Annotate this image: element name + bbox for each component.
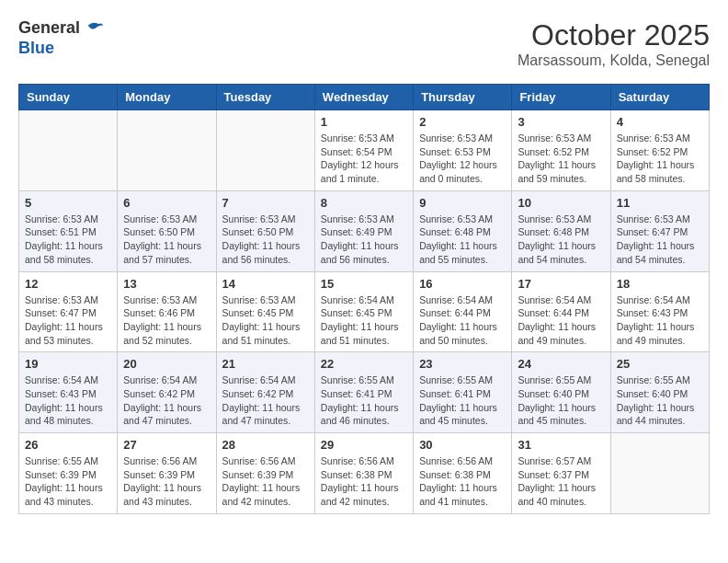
- calendar-cell: 22Sunrise: 6:55 AM Sunset: 6:41 PM Dayli…: [314, 352, 413, 433]
- calendar-cell: 18Sunrise: 6:54 AM Sunset: 6:43 PM Dayli…: [610, 271, 709, 352]
- day-info: Sunrise: 6:56 AM Sunset: 6:38 PM Dayligh…: [321, 454, 407, 509]
- day-number: 21: [222, 357, 309, 371]
- calendar-cell: 14Sunrise: 6:53 AM Sunset: 6:45 PM Dayli…: [216, 271, 314, 352]
- day-info: Sunrise: 6:53 AM Sunset: 6:50 PM Dayligh…: [222, 213, 309, 267]
- day-info: Sunrise: 6:55 AM Sunset: 6:40 PM Dayligh…: [518, 373, 604, 428]
- column-header-sunday: Sunday: [19, 85, 118, 110]
- day-number: 15: [321, 277, 407, 291]
- day-info: Sunrise: 6:53 AM Sunset: 6:45 PM Dayligh…: [222, 293, 309, 348]
- calendar-cell: 16Sunrise: 6:54 AM Sunset: 6:44 PM Dayli…: [414, 271, 512, 352]
- calendar-cell: 31Sunrise: 6:57 AM Sunset: 6:37 PM Dayli…: [512, 433, 610, 514]
- day-info: Sunrise: 6:54 AM Sunset: 6:43 PM Dayligh…: [617, 293, 703, 348]
- day-number: 20: [123, 357, 210, 371]
- day-number: 17: [518, 277, 604, 291]
- day-number: 4: [617, 115, 703, 129]
- day-number: 26: [25, 438, 111, 452]
- calendar-cell: 6Sunrise: 6:53 AM Sunset: 6:50 PM Daylig…: [118, 190, 216, 271]
- calendar-cell: 27Sunrise: 6:56 AM Sunset: 6:39 PM Dayli…: [118, 433, 216, 514]
- day-info: Sunrise: 6:54 AM Sunset: 6:42 PM Dayligh…: [123, 373, 210, 428]
- day-number: 2: [419, 115, 506, 129]
- day-number: 28: [222, 438, 309, 452]
- calendar-cell: 25Sunrise: 6:55 AM Sunset: 6:40 PM Dayli…: [610, 352, 709, 433]
- day-info: Sunrise: 6:55 AM Sunset: 6:41 PM Dayligh…: [321, 373, 407, 428]
- calendar-cell: [610, 433, 709, 514]
- day-number: 30: [419, 438, 506, 452]
- calendar-week-row: 26Sunrise: 6:55 AM Sunset: 6:39 PM Dayli…: [19, 433, 710, 514]
- day-info: Sunrise: 6:53 AM Sunset: 6:48 PM Dayligh…: [518, 213, 604, 267]
- calendar-cell: 29Sunrise: 6:56 AM Sunset: 6:38 PM Dayli…: [314, 433, 413, 514]
- day-info: Sunrise: 6:54 AM Sunset: 6:42 PM Dayligh…: [222, 373, 309, 428]
- calendar-cell: [216, 110, 314, 191]
- calendar-cell: 13Sunrise: 6:53 AM Sunset: 6:46 PM Dayli…: [118, 271, 216, 352]
- logo: General Blue: [18, 18, 105, 58]
- day-number: 22: [321, 357, 407, 371]
- calendar-cell: 1Sunrise: 6:53 AM Sunset: 6:54 PM Daylig…: [314, 110, 413, 191]
- column-header-monday: Monday: [118, 85, 216, 110]
- day-info: Sunrise: 6:53 AM Sunset: 6:51 PM Dayligh…: [25, 213, 111, 267]
- column-header-wednesday: Wednesday: [314, 85, 413, 110]
- day-info: Sunrise: 6:54 AM Sunset: 6:44 PM Dayligh…: [518, 293, 604, 348]
- day-info: Sunrise: 6:53 AM Sunset: 6:47 PM Dayligh…: [25, 293, 111, 348]
- day-info: Sunrise: 6:53 AM Sunset: 6:46 PM Dayligh…: [123, 293, 210, 348]
- day-number: 23: [419, 357, 506, 371]
- day-info: Sunrise: 6:57 AM Sunset: 6:37 PM Dayligh…: [518, 454, 604, 509]
- day-info: Sunrise: 6:54 AM Sunset: 6:45 PM Dayligh…: [321, 293, 407, 348]
- calendar-cell: 8Sunrise: 6:53 AM Sunset: 6:49 PM Daylig…: [314, 190, 413, 271]
- day-info: Sunrise: 6:53 AM Sunset: 6:48 PM Dayligh…: [419, 213, 506, 267]
- calendar-week-row: 19Sunrise: 6:54 AM Sunset: 6:43 PM Dayli…: [19, 352, 710, 433]
- day-number: 3: [518, 115, 604, 129]
- calendar-cell: 24Sunrise: 6:55 AM Sunset: 6:40 PM Dayli…: [512, 352, 610, 433]
- calendar-table: SundayMondayTuesdayWednesdayThursdayFrid…: [18, 84, 710, 514]
- day-info: Sunrise: 6:53 AM Sunset: 6:52 PM Dayligh…: [518, 132, 604, 186]
- calendar-cell: 5Sunrise: 6:53 AM Sunset: 6:51 PM Daylig…: [19, 190, 118, 271]
- column-header-tuesday: Tuesday: [216, 85, 314, 110]
- calendar-week-row: 5Sunrise: 6:53 AM Sunset: 6:51 PM Daylig…: [19, 190, 710, 271]
- day-info: Sunrise: 6:53 AM Sunset: 6:49 PM Dayligh…: [321, 213, 407, 267]
- calendar-cell: 17Sunrise: 6:54 AM Sunset: 6:44 PM Dayli…: [512, 271, 610, 352]
- day-number: 19: [25, 357, 111, 371]
- calendar-cell: 2Sunrise: 6:53 AM Sunset: 6:53 PM Daylig…: [414, 110, 512, 191]
- calendar-cell: 30Sunrise: 6:56 AM Sunset: 6:38 PM Dayli…: [414, 433, 512, 514]
- day-info: Sunrise: 6:56 AM Sunset: 6:39 PM Dayligh…: [222, 454, 309, 509]
- column-header-thursday: Thursday: [414, 85, 512, 110]
- day-number: 27: [123, 438, 210, 452]
- day-info: Sunrise: 6:53 AM Sunset: 6:54 PM Dayligh…: [321, 132, 407, 186]
- day-info: Sunrise: 6:53 AM Sunset: 6:53 PM Dayligh…: [419, 132, 506, 186]
- day-info: Sunrise: 6:53 AM Sunset: 6:47 PM Dayligh…: [617, 213, 703, 267]
- logo-bird-icon: [86, 19, 105, 38]
- day-number: 13: [123, 277, 210, 291]
- day-number: 29: [321, 438, 407, 452]
- calendar-cell: 12Sunrise: 6:53 AM Sunset: 6:47 PM Dayli…: [19, 271, 118, 352]
- calendar-cell: 15Sunrise: 6:54 AM Sunset: 6:45 PM Dayli…: [314, 271, 413, 352]
- calendar-week-row: 1Sunrise: 6:53 AM Sunset: 6:54 PM Daylig…: [19, 110, 710, 191]
- month-title: October 2025: [518, 18, 710, 52]
- logo-blue-text: Blue: [18, 39, 105, 58]
- calendar-cell: [118, 110, 216, 191]
- day-info: Sunrise: 6:56 AM Sunset: 6:39 PM Dayligh…: [123, 454, 210, 509]
- day-info: Sunrise: 6:54 AM Sunset: 6:43 PM Dayligh…: [25, 373, 111, 428]
- day-number: 14: [222, 277, 309, 291]
- location-subtitle: Marsassoum, Kolda, Senegal: [518, 52, 710, 69]
- day-number: 18: [617, 277, 703, 291]
- calendar-cell: 10Sunrise: 6:53 AM Sunset: 6:48 PM Dayli…: [512, 190, 610, 271]
- day-info: Sunrise: 6:55 AM Sunset: 6:40 PM Dayligh…: [617, 373, 703, 428]
- day-number: 11: [617, 196, 703, 210]
- page-header: General Blue October 2025 Marsassoum, Ko…: [18, 18, 710, 69]
- column-header-saturday: Saturday: [610, 85, 709, 110]
- day-number: 5: [25, 196, 111, 210]
- calendar-week-row: 12Sunrise: 6:53 AM Sunset: 6:47 PM Dayli…: [19, 271, 710, 352]
- calendar-cell: 7Sunrise: 6:53 AM Sunset: 6:50 PM Daylig…: [216, 190, 314, 271]
- day-number: 24: [518, 357, 604, 371]
- day-info: Sunrise: 6:55 AM Sunset: 6:41 PM Dayligh…: [419, 373, 506, 428]
- calendar-header-row: SundayMondayTuesdayWednesdayThursdayFrid…: [19, 85, 710, 110]
- day-info: Sunrise: 6:55 AM Sunset: 6:39 PM Dayligh…: [25, 454, 111, 509]
- day-number: 6: [123, 196, 210, 210]
- column-header-friday: Friday: [512, 85, 610, 110]
- day-info: Sunrise: 6:53 AM Sunset: 6:52 PM Dayligh…: [617, 132, 703, 186]
- day-info: Sunrise: 6:54 AM Sunset: 6:44 PM Dayligh…: [419, 293, 506, 348]
- calendar-cell: 20Sunrise: 6:54 AM Sunset: 6:42 PM Dayli…: [118, 352, 216, 433]
- calendar-cell: 21Sunrise: 6:54 AM Sunset: 6:42 PM Dayli…: [216, 352, 314, 433]
- day-number: 31: [518, 438, 604, 452]
- calendar-cell: 4Sunrise: 6:53 AM Sunset: 6:52 PM Daylig…: [610, 110, 709, 191]
- day-number: 16: [419, 277, 506, 291]
